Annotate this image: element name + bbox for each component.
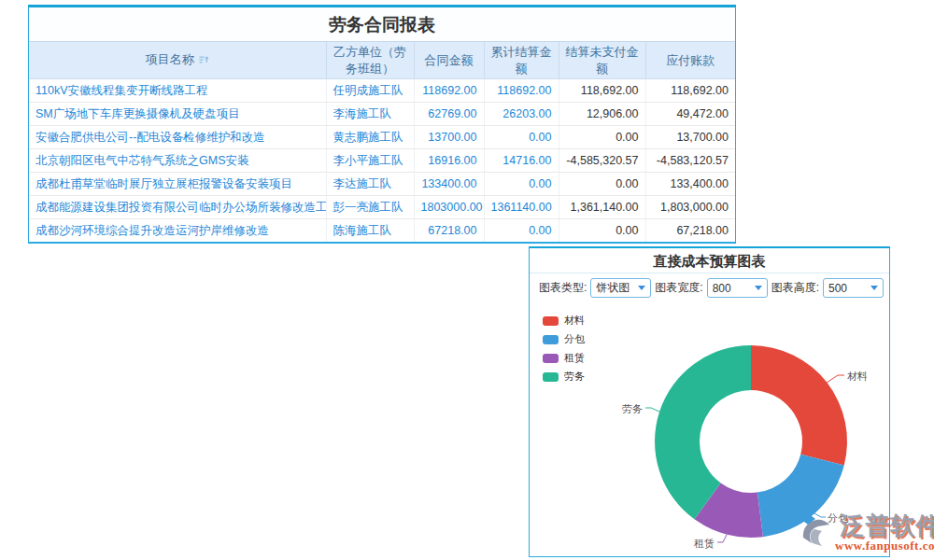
watermark-brand: 泛普软件 bbox=[840, 512, 934, 539]
callout-line-materials bbox=[827, 375, 844, 383]
payable-amount: 133,400.00 bbox=[645, 173, 735, 196]
unpaid-amount: 0.00 bbox=[559, 126, 645, 149]
legend-swatch-subcontract bbox=[543, 335, 559, 344]
legend-item-materials[interactable]: 材料 bbox=[543, 314, 585, 328]
table-row: SM广场地下车库更换摄像机及硬盘项目 李海施工队 62769.00 26203.… bbox=[29, 103, 735, 126]
payable-amount: -4,583,120.57 bbox=[645, 149, 735, 173]
chart-legend: 材料 分包 租赁 劳务 bbox=[543, 314, 585, 388]
table-row: 成都沙河环境综合提升改造运河护岸维修改造 陈海施工队 67218.00 0.00… bbox=[29, 219, 735, 243]
fanpu-logo-icon bbox=[800, 512, 833, 550]
project-name-link[interactable]: 北京朝阳区电气中芯特气系统之GMS安装 bbox=[29, 149, 326, 173]
chart-title: 直接成本预算图表 bbox=[530, 248, 889, 273]
team-link[interactable]: 陈海施工队 bbox=[326, 219, 414, 243]
payable-amount: 1,803,000.00 bbox=[645, 196, 735, 219]
chevron-down-icon bbox=[755, 286, 762, 290]
payable-amount: 13,700.00 bbox=[645, 126, 735, 149]
chevron-down-icon bbox=[870, 286, 878, 290]
report-title: 劳务合同报表 bbox=[29, 7, 735, 42]
column-header-settled-amount[interactable]: 累计结算金额 bbox=[484, 42, 559, 79]
column-header-unpaid-amount[interactable]: 结算未支付金额 bbox=[559, 42, 645, 79]
payable-amount: 118,692.00 bbox=[645, 79, 735, 103]
chevron-down-icon bbox=[638, 286, 645, 290]
settled-amount: 26203.00 bbox=[484, 103, 559, 126]
cost-budget-chart-panel: 直接成本预算图表 图表类型: 饼状图 图表宽度: 800 图表高度: 500 bbox=[529, 246, 890, 557]
project-name-link[interactable]: SM广场地下车库更换摄像机及硬盘项目 bbox=[29, 103, 326, 126]
table-row: 成都能源建设集团投资有限公司临时办公场所装修改造工程EPC 彭一亮施工队 180… bbox=[29, 196, 735, 219]
callout-line-labor bbox=[645, 408, 659, 412]
chart-height-select[interactable]: 500 bbox=[823, 278, 884, 298]
unpaid-amount: 0.00 bbox=[559, 219, 645, 243]
table-row: 北京朝阳区电气中芯特气系统之GMS安装 李小平施工队 16916.00 1471… bbox=[29, 149, 735, 173]
chart-type-select[interactable]: 饼状图 bbox=[590, 278, 651, 298]
contract-amount: 133400.00 bbox=[414, 173, 484, 196]
legend-item-rental[interactable]: 租赁 bbox=[543, 351, 585, 365]
chart-width-label: 图表宽度: bbox=[655, 280, 702, 296]
chart-controls: 图表类型: 饼状图 图表宽度: 800 图表高度: 500 bbox=[530, 273, 889, 302]
contract-amount: 62769.00 bbox=[414, 103, 484, 126]
chart-width-select[interactable]: 800 bbox=[707, 278, 768, 298]
slice-label-materials: 材料 bbox=[847, 370, 868, 384]
unpaid-amount: 118,692.00 bbox=[559, 79, 645, 103]
settled-amount: 14716.00 bbox=[484, 149, 559, 173]
column-header-contract-amount[interactable]: 合同金额 bbox=[414, 42, 484, 79]
table-row: 安徽合肥供电公司--配电设备检修维护和改造 黄志鹏施工队 13700.00 0.… bbox=[29, 126, 735, 149]
settled-amount: 0.00 bbox=[484, 219, 559, 243]
table-header-row: 项目名称 乙方单位（劳务班组） 合同金额 累计结算金额 结算未支付金额 应付账款 bbox=[29, 42, 735, 79]
settled-amount: 0.00 bbox=[484, 173, 559, 196]
legend-swatch-materials bbox=[543, 316, 559, 326]
column-header-project[interactable]: 项目名称 bbox=[29, 42, 326, 79]
team-link[interactable]: 彭一亮施工队 bbox=[326, 196, 414, 219]
payable-amount: 49,472.00 bbox=[645, 103, 735, 126]
report-table: 项目名称 乙方单位（劳务班组） 合同金额 累计结算金额 结算未支付金额 应付账款… bbox=[29, 42, 735, 242]
project-name-link[interactable]: 安徽合肥供电公司--配电设备检修维护和改造 bbox=[29, 126, 326, 149]
table-row: 110kV安徽线程集变开断线路工程 任明成施工队 118692.00 11869… bbox=[29, 79, 735, 103]
watermark-url[interactable]: www.fanpusoft.com bbox=[835, 539, 934, 553]
chart-type-label: 图表类型: bbox=[539, 280, 587, 296]
legend-swatch-labor bbox=[543, 372, 559, 382]
payable-amount: 67,218.00 bbox=[645, 219, 735, 243]
sort-icon[interactable] bbox=[198, 53, 209, 70]
labor-contract-report-panel: 劳务合同报表 项目名称 乙方单位（劳务班组） 合同金额 累计结算金额 结算未支付… bbox=[28, 5, 736, 244]
unpaid-amount: 12,906.00 bbox=[559, 103, 645, 126]
project-name-link[interactable]: 成都能源建设集团投资有限公司临时办公场所装修改造工程EPC bbox=[29, 196, 326, 219]
slice-label-labor: 劳务 bbox=[622, 402, 643, 416]
team-link[interactable]: 黄志鹏施工队 bbox=[326, 126, 414, 149]
watermark: 泛普软件 www.fanpusoft.com bbox=[800, 512, 934, 553]
unpaid-amount: 0.00 bbox=[559, 173, 645, 196]
callout-line-rental bbox=[717, 535, 727, 542]
contract-amount: 13700.00 bbox=[414, 126, 484, 149]
table-row: 成都杜甫草堂临时展厅独立展柜报警设备安装项目 李达施工队 133400.00 0… bbox=[29, 173, 735, 196]
unpaid-amount: -4,585,320.57 bbox=[559, 149, 645, 173]
team-link[interactable]: 李达施工队 bbox=[326, 173, 414, 196]
legend-item-labor[interactable]: 劳务 bbox=[543, 370, 585, 384]
settled-amount: 118692.00 bbox=[484, 79, 559, 103]
contract-amount: 1803000.00 bbox=[414, 196, 484, 219]
team-link[interactable]: 李海施工队 bbox=[326, 103, 414, 126]
team-link[interactable]: 任明成施工队 bbox=[326, 79, 414, 103]
contract-amount: 16916.00 bbox=[414, 149, 484, 173]
project-name-link[interactable]: 成都沙河环境综合提升改造运河护岸维修改造 bbox=[29, 219, 326, 243]
project-name-link[interactable]: 110kV安徽线程集变开断线路工程 bbox=[29, 79, 326, 103]
donut-slices bbox=[655, 345, 847, 538]
project-name-link[interactable]: 成都杜甫草堂临时展厅独立展柜报警设备安装项目 bbox=[29, 173, 326, 196]
team-link[interactable]: 李小平施工队 bbox=[326, 149, 414, 173]
legend-swatch-rental bbox=[543, 354, 559, 363]
column-header-team[interactable]: 乙方单位（劳务班组） bbox=[326, 42, 414, 79]
settled-amount: 0.00 bbox=[484, 126, 559, 149]
settled-amount: 1361140.00 bbox=[484, 196, 559, 219]
contract-amount: 67218.00 bbox=[414, 219, 484, 243]
chart-height-label: 图表高度: bbox=[771, 280, 819, 296]
unpaid-amount: 1,361,140.00 bbox=[559, 196, 645, 219]
slice-label-rental: 租赁 bbox=[694, 537, 715, 551]
contract-amount: 118692.00 bbox=[414, 79, 484, 103]
legend-item-subcontract[interactable]: 分包 bbox=[543, 332, 585, 346]
column-header-payable[interactable]: 应付账款 bbox=[645, 42, 735, 79]
